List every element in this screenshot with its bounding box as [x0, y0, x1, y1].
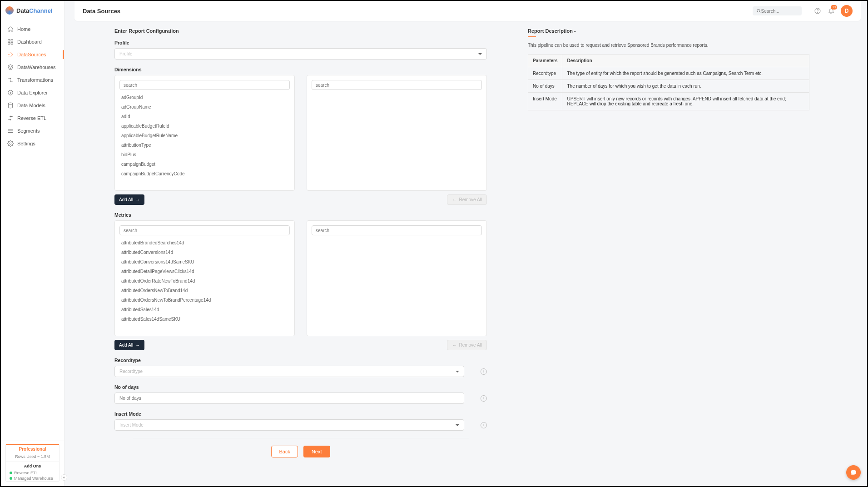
- dimensions-picker: adGroupIdadGroupNameadIdapplicableBudget…: [114, 75, 487, 191]
- metrics-available-list[interactable]: attributedBrandedSearches14dattributedCo…: [114, 220, 295, 336]
- avatar[interactable]: D: [841, 5, 853, 17]
- database-icon: [7, 102, 14, 109]
- list-item[interactable]: attributedConversions14dSameSKU: [115, 257, 294, 267]
- back-button[interactable]: Back: [271, 446, 298, 457]
- nodays-input-wrap[interactable]: [114, 393, 464, 404]
- check-icon: [10, 477, 12, 480]
- nodays-label: No of days: [114, 384, 487, 390]
- recordtype-label: Recordtype: [114, 358, 487, 363]
- home-icon: [7, 26, 14, 32]
- list-item[interactable]: adId: [115, 112, 294, 121]
- config-form: Enter Report Configuration Profile Profi…: [114, 28, 487, 475]
- list-search[interactable]: [119, 80, 290, 90]
- profile-label: Profile: [114, 40, 487, 45]
- sidebar-item-dataexplorer[interactable]: Data Explorer: [1, 86, 64, 99]
- info-icon[interactable]: i: [481, 395, 487, 402]
- list-item[interactable]: adGroupId: [115, 93, 294, 102]
- list-item[interactable]: attributedConversions14d: [115, 248, 294, 257]
- brand-logo[interactable]: DataChannel: [1, 1, 64, 20]
- next-button[interactable]: Next: [303, 446, 330, 457]
- dimensions-label: Dimensions: [114, 67, 487, 72]
- select-placeholder: Insert Mode: [119, 422, 144, 427]
- add-all-metrics-button[interactable]: Add All→: [114, 340, 144, 350]
- list-search-input[interactable]: [316, 83, 478, 88]
- insertmode-select[interactable]: Insert Mode: [114, 419, 464, 431]
- list-item[interactable]: attributedSales14d: [115, 305, 294, 314]
- sidebar-item-segments[interactable]: Segments: [1, 124, 64, 137]
- remove-all-dimensions-button[interactable]: ←Remove All: [447, 194, 487, 205]
- param-name: Insert Mode: [528, 93, 562, 110]
- section-title: Enter Report Configuration: [114, 28, 487, 34]
- list-item[interactable]: campaignBudget: [115, 159, 294, 169]
- info-icon[interactable]: i: [481, 368, 487, 375]
- svg-point-7: [757, 9, 760, 12]
- profile-select[interactable]: Profile: [114, 48, 487, 60]
- sidebar-item-dashboard[interactable]: Dashboard: [1, 35, 64, 48]
- divider: [133, 438, 469, 438]
- dimensions-available-list[interactable]: adGroupIdadGroupNameadIdapplicableBudget…: [114, 75, 295, 191]
- list-search-input[interactable]: [124, 83, 286, 88]
- notif-badge: 19: [831, 5, 837, 10]
- list-search[interactable]: [312, 225, 482, 235]
- list-search[interactable]: [119, 225, 290, 235]
- list-item[interactable]: attributedSales14dSameSKU: [115, 314, 294, 324]
- sidebar-item-datasources[interactable]: DataSources: [1, 48, 64, 61]
- metrics-selected-list[interactable]: [307, 220, 487, 336]
- list-item[interactable]: bidPlus: [115, 150, 294, 159]
- logo-icon: [5, 6, 14, 15]
- nav-label: Data Models: [17, 103, 45, 108]
- arrow-left-icon: ←: [452, 343, 456, 348]
- transform-icon: [7, 77, 14, 83]
- param-desc: The type of entity for which the report …: [562, 67, 809, 80]
- topbar: Data Sources 19 D: [74, 1, 861, 21]
- info-icon[interactable]: i: [481, 422, 487, 428]
- report-desc-text: This pipeline can be used to request and…: [528, 43, 809, 48]
- add-all-dimensions-button[interactable]: Add All→: [114, 194, 144, 205]
- datasource-icon: [7, 51, 14, 58]
- list-item[interactable]: attributedOrdersNewToBrandPercentage14d: [115, 295, 294, 305]
- list-item[interactable]: adGroupName: [115, 102, 294, 112]
- chat-icon: [850, 469, 857, 476]
- sidebar-item-datawarehouses[interactable]: DataWarehouses: [1, 61, 64, 74]
- list-item[interactable]: attributedDetailPageViewsClicks14d: [115, 267, 294, 276]
- nodays-input[interactable]: [119, 396, 459, 401]
- segments-icon: [7, 128, 14, 134]
- plan-name: Professional: [6, 445, 59, 453]
- layers-icon: [7, 64, 14, 70]
- sidebar-item-reverseetl[interactable]: Reverse ETL: [1, 112, 64, 124]
- list-item[interactable]: campaignBudgetCurrencyCode: [115, 169, 294, 179]
- list-search-input[interactable]: [316, 228, 478, 233]
- search-input[interactable]: [761, 9, 798, 14]
- dimensions-selected-list[interactable]: [307, 75, 487, 191]
- insertmode-field-row: Insert Mode i: [114, 419, 487, 431]
- list-item[interactable]: attributionType: [115, 140, 294, 150]
- list-item[interactable]: attributedBrandedSearches14d: [115, 238, 294, 248]
- table-row: Insert ModeUPSERT will insert only new r…: [528, 93, 809, 110]
- chat-button[interactable]: [846, 465, 861, 480]
- global-search[interactable]: [753, 6, 802, 15]
- list-item[interactable]: applicableBudgetRuleName: [115, 131, 294, 140]
- sidebar-item-settings[interactable]: Settings: [1, 137, 64, 150]
- nav-label: DataWarehouses: [17, 65, 56, 70]
- recordtype-select[interactable]: Recordtype: [114, 366, 464, 377]
- nav-label: Transformations: [17, 77, 53, 83]
- nav-label: Dashboard: [17, 39, 42, 45]
- insertmode-label: Insert Mode: [114, 411, 487, 417]
- list-item[interactable]: attributedOrderRateNewToBrand14d: [115, 276, 294, 286]
- select-placeholder: Recordtype: [119, 369, 143, 374]
- arrow-right-icon: →: [135, 343, 140, 348]
- sidebar-item-datamodels[interactable]: Data Models: [1, 99, 64, 112]
- sidebar-item-transformations[interactable]: Transformations: [1, 74, 64, 86]
- svg-rect-3: [11, 42, 13, 44]
- list-item[interactable]: applicableBudgetRuleId: [115, 121, 294, 131]
- remove-all-metrics-button[interactable]: ←Remove All: [447, 340, 487, 350]
- report-desc-title: Report Description -: [528, 28, 809, 34]
- list-item[interactable]: attributedOrdersNewToBrand14d: [115, 286, 294, 295]
- help-icon[interactable]: [813, 7, 822, 15]
- bell-icon[interactable]: 19: [827, 7, 835, 15]
- list-search[interactable]: [312, 80, 482, 90]
- nav-label: Settings: [17, 141, 35, 146]
- list-search-input[interactable]: [124, 228, 286, 233]
- svg-point-5: [8, 103, 12, 104]
- sidebar-item-home[interactable]: Home: [1, 23, 64, 35]
